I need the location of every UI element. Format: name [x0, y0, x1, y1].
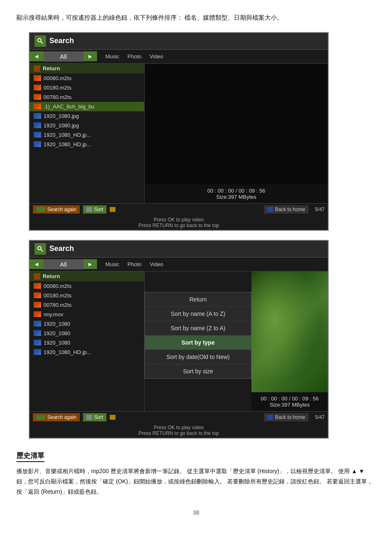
- file-name: 00780.m2ts: [44, 94, 71, 100]
- file-name: 00080.m2ts: [44, 75, 71, 81]
- list-item[interactable]: 1920_1080_HD.jp...: [30, 140, 144, 149]
- list-item[interactable]: 1920_1080: [30, 319, 144, 329]
- search-icon: [35, 35, 46, 47]
- file-list-2: Return 00080.m2ts 00180.m2ts 00780.m2ts …: [30, 271, 145, 411]
- list-item[interactable]: 1920_1080_HD.jp...: [30, 130, 144, 140]
- file-name: 1920_1080.jpg: [44, 113, 79, 119]
- sort-by-date[interactable]: Sort by date(Old to New): [145, 350, 251, 364]
- image-icon: [34, 132, 41, 138]
- preview-area-2: 00 : 00 : 00 / 00 : 09 : 56Size:397 MByt…: [251, 271, 328, 411]
- image-icon: [34, 349, 41, 355]
- file-return[interactable]: Return: [30, 64, 144, 74]
- list-item[interactable]: 1920_1080_HD.jp...: [30, 347, 144, 357]
- panel-2-header: Search: [30, 241, 328, 258]
- sort-by-name-az[interactable]: Sort by name (A to Z): [145, 307, 251, 321]
- page-count-2: 5/47: [315, 414, 325, 420]
- list-item[interactable]: 00080.m2ts: [30, 281, 144, 291]
- file-list-1: Return 00080.m2ts 00180.m2ts 00780.m2ts …: [30, 64, 145, 203]
- list-item[interactable]: nny.mov: [30, 310, 144, 319]
- history-title: 歷史清單: [16, 451, 44, 462]
- svg-point-2: [38, 246, 41, 250]
- file-return-label-2: Return: [43, 273, 60, 279]
- svg-point-0: [38, 39, 41, 42]
- hint-text-2: Press OK to play videoPress RETURN to go…: [30, 423, 328, 438]
- image-icon: [34, 113, 41, 119]
- sort-by-size[interactable]: Sort by size: [145, 364, 251, 378]
- return-icon-2: [34, 273, 40, 280]
- back-home-button-2[interactable]: Back to home: [264, 413, 309, 421]
- search-icon-2: [35, 243, 46, 255]
- page-count-1: 5/47: [315, 207, 325, 212]
- sort-button-2[interactable]: Sort: [83, 413, 106, 421]
- tab-video[interactable]: Video: [150, 53, 163, 60]
- file-name: 00180.m2ts: [44, 292, 71, 299]
- list-item[interactable]: 00180.m2ts: [30, 291, 144, 300]
- panel-1-header: Search: [30, 33, 328, 50]
- list-item[interactable]: .1)_AAC_6ch_big_bu: [30, 102, 144, 111]
- preview-image: [251, 271, 328, 392]
- search-again-button-2[interactable]: Search again: [33, 413, 80, 421]
- nav-left-arrow-2[interactable]: ◄: [30, 259, 44, 269]
- preview-info-1: 00 : 00 : 00 / 00 : 09 : 56Size:397 MByt…: [204, 184, 269, 203]
- svg-line-3: [41, 249, 43, 251]
- video-icon: [34, 75, 41, 81]
- list-item[interactable]: 1920_1080: [30, 329, 144, 338]
- file-name: 1920_1080: [44, 321, 70, 327]
- nav-left-arrow[interactable]: ◄: [30, 51, 44, 61]
- green-indicator: [86, 207, 92, 212]
- file-name: 00780.m2ts: [44, 302, 71, 308]
- nav-tabs: Music Photo Video: [105, 53, 163, 60]
- tab-music[interactable]: Music: [105, 53, 119, 60]
- nav-right-arrow[interactable]: ►: [83, 51, 97, 61]
- file-name: 00080.m2ts: [44, 283, 71, 289]
- nav-all[interactable]: All: [44, 51, 83, 62]
- file-name: 1920_1080: [44, 330, 70, 336]
- tab-video-2[interactable]: Video: [150, 261, 163, 267]
- tab-photo-2[interactable]: Photo: [127, 261, 141, 267]
- video-icon: [34, 85, 41, 90]
- image-icon: [34, 340, 41, 345]
- list-item[interactable]: 00080.m2ts: [30, 74, 144, 83]
- panel-1-title: Search: [49, 37, 74, 45]
- video-icon: [34, 283, 41, 289]
- image-icon: [34, 330, 41, 336]
- list-item[interactable]: 1920_1080.jpg: [30, 111, 144, 121]
- sort-button[interactable]: Sort: [83, 205, 106, 214]
- list-item[interactable]: 1920_1080.jpg: [30, 121, 144, 130]
- file-name: .1)_AAC_6ch_big_bu: [44, 104, 95, 110]
- video-icon: [34, 302, 41, 308]
- file-name: 1920_1080: [44, 340, 70, 346]
- tab-music-2[interactable]: Music: [105, 261, 119, 267]
- sort-menu-return[interactable]: Return: [145, 292, 251, 307]
- nav-right-arrow-2[interactable]: ►: [83, 259, 97, 269]
- yellow-indicator: [110, 207, 115, 212]
- sort-menu: Return Sort by name (A to Z) Sort by nam…: [145, 292, 251, 379]
- list-item[interactable]: 00780.m2ts: [30, 300, 144, 310]
- history-section: 歷史清單 播放影片、音樂或相片檔時，mp200 歷史清單將會新增一筆記錄。 從主…: [16, 451, 376, 497]
- video-icon: [34, 94, 41, 100]
- list-item[interactable]: 1920_1080: [30, 338, 144, 347]
- preview-area-1: 00 : 00 : 00 / 00 : 09 : 56Size:397 MByt…: [145, 64, 328, 203]
- panel-2: Search ◄ All ► Music Photo Video Return …: [29, 240, 329, 439]
- intro-text: 顯示搜尋結果時，可按遙控器上的綠色鈕，依下列條件排序： 檔名、媒體類型、日期與檔…: [16, 12, 376, 23]
- panel-1-nav: ◄ All ► Music Photo Video: [30, 50, 328, 64]
- panel-2-nav: ◄ All ► Music Photo Video: [30, 258, 328, 271]
- page-number: 38: [16, 509, 376, 516]
- search-again-button[interactable]: Search again: [33, 205, 80, 214]
- sort-by-type[interactable]: Sort by type: [145, 336, 251, 350]
- nav-tabs-2: Music Photo Video: [105, 261, 163, 267]
- image-icon: [34, 141, 41, 147]
- file-return-2[interactable]: Return: [30, 271, 144, 281]
- file-name: 1920_1080_HD.jp...: [44, 132, 91, 138]
- list-item[interactable]: 00780.m2ts: [30, 92, 144, 102]
- file-name: 1920_1080_HD.jp...: [44, 141, 91, 147]
- tab-photo[interactable]: Photo: [127, 53, 141, 60]
- panel-1-body: Return 00080.m2ts 00180.m2ts 00780.m2ts …: [30, 64, 328, 203]
- panel-1: Search ◄ All ► Music Photo Video Return …: [29, 32, 329, 231]
- nav-all-2[interactable]: All: [44, 259, 83, 269]
- list-item[interactable]: 00180.m2ts: [30, 83, 144, 92]
- back-home-button[interactable]: Back to home: [264, 205, 309, 214]
- sort-by-name-za[interactable]: Sort by name (Z to A): [145, 321, 251, 336]
- bottom-bar-2: Search again Sort Back to home 5/47: [30, 411, 328, 423]
- svg-line-1: [41, 41, 43, 44]
